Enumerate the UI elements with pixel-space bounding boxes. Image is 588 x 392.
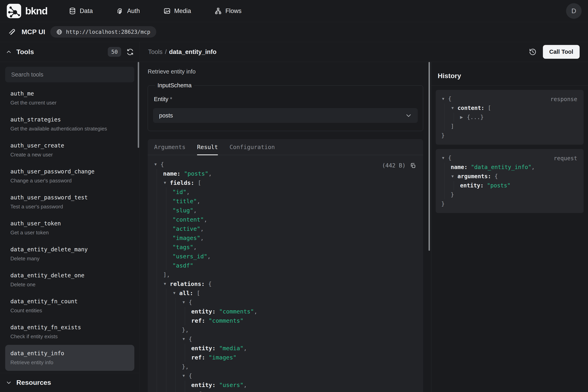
history-entries: response▼{▼content: [▶{...}]}request▼{na… [431,86,588,218]
tool-name: auth_user_create [10,142,129,149]
json-line: ref: "comments" [154,316,417,325]
tool-list-item-data_entity_delete_many[interactable]: data_entity_delete_manyDelete many [5,241,134,267]
nav-item-auth[interactable]: Auth [116,8,140,14]
tool-list-item-auth_me[interactable]: auth_meGet the current user [5,85,134,111]
json-line: entity: "users", [154,380,417,390]
sidebar-scrollbar[interactable] [138,62,139,148]
entity-field-label: Entity* [154,96,418,102]
tool-list-item-data_entity_info[interactable]: data_entity_infoRetrieve entity info [5,345,134,371]
json-line: name: "posts", [154,169,417,178]
history-card-response[interactable]: response▼{▼content: [▶{...}]} [436,90,584,145]
collapse-arrow-icon[interactable]: ▼ [154,160,161,169]
collapse-arrow-icon[interactable]: ▼ [451,172,457,181]
resources-section-title: Resources [16,378,51,386]
json-line: ▼{ [154,298,417,307]
tools-section-title: Tools [16,48,34,56]
entity-select[interactable]: posts [153,108,418,123]
json-line: ▼all: [ [154,288,417,298]
tool-list-item-auth_strategies[interactable]: auth_strategiesGet the available authent… [5,111,134,137]
tool-description: Delete one [10,281,129,288]
json-line: ▼{ [154,334,417,344]
tool-name: data_entity_delete_many [10,246,129,253]
tool-description: Retrieve entity info [10,359,129,366]
json-line: ▼arguments: { [441,172,578,181]
nav-item-flows[interactable]: Flows [214,8,241,14]
breadcrumb-root[interactable]: Tools [148,48,163,55]
refresh-icon[interactable] [127,48,134,55]
tab-bar: ArgumentsResultConfiguration [148,139,423,155]
tool-name: auth_me [10,90,129,97]
tool-description: Test a user's password [10,204,129,210]
tool-list-item-auth_user_token[interactable]: auth_user_tokenGet a user token [5,215,134,241]
json-line: "tags", [154,242,417,252]
json-line: }, [154,325,417,334]
resources-section-header[interactable]: Resources [0,373,140,392]
tab-arguments[interactable]: Arguments [154,139,186,155]
collapse-arrow-icon[interactable]: ▼ [451,104,457,113]
required-mark: * [170,96,172,102]
tools-sidebar: Tools 50 auth_meGet the current userauth… [0,42,140,392]
history-card-request[interactable]: request▼{name: "data_entity_info",▼argum… [436,149,584,213]
json-line: ▼content: [ [441,104,578,113]
tools-section-header[interactable]: Tools 50 [0,42,140,62]
json-line: "users_id", [154,252,417,261]
json-line: ▼{ [154,160,417,169]
json-line: "content", [154,215,417,224]
tab-result[interactable]: Result [197,139,218,155]
json-line: "id", [154,188,417,196]
main-scrollbar[interactable] [428,62,430,251]
brand[interactable]: bknd [6,4,47,18]
server-url-pill[interactable]: http://localhost:28623/mcp [50,26,156,38]
result-card: ArgumentsResultConfiguration (442 B) ▼{n… [148,139,423,392]
search-input[interactable] [11,71,129,78]
tool-list-item-auth_user_password_test[interactable]: auth_user_password_testTest a user's pas… [5,189,134,215]
tool-list-item-auth_user_password_change[interactable]: auth_user_password_changeChange a user's… [5,163,134,189]
history-panel: History response▼{▼content: [▶{...}]}req… [431,62,588,392]
collapse-arrow-icon[interactable]: ▼ [182,298,189,307]
nav-item-data[interactable]: Data [69,8,93,14]
result-json-viewer: (442 B) ▼{name: "posts",▼fields: ["id","… [148,155,423,392]
nav-item-media[interactable]: Media [164,8,191,14]
tools-list-container: auth_meGet the current userauth_strategi… [0,62,140,373]
collapse-arrow-icon[interactable]: ▼ [182,371,189,380]
expand-arrow-icon[interactable]: ▶ [460,113,467,122]
mcp-subheader: MCP UI http://localhost:28623/mcp [0,22,588,42]
collapse-arrow-icon[interactable]: ▼ [441,154,448,163]
tool-name: auth_user_password_change [10,168,129,175]
fingerprint-icon [116,8,124,14]
collapse-arrow-icon[interactable]: ▼ [163,178,170,188]
chevron-up-icon[interactable] [6,49,11,55]
json-line: ref: "images" [154,353,417,362]
main-panel: Tools/data_entity_info Call Tool Retriev… [140,42,588,392]
copy-icon[interactable] [410,163,416,169]
call-tool-button[interactable]: Call Tool [543,45,580,59]
collapse-arrow-icon[interactable]: ▼ [173,288,179,298]
tool-list-item-data_entity_fn_count[interactable]: data_entity_fn_countCount entities [5,293,134,319]
json-line: entity: "comments", [154,307,417,316]
entity-select-value: posts [159,112,173,119]
database-icon [69,8,76,14]
history-icon[interactable] [529,48,537,56]
input-schema-fieldset: InputSchema Entity* posts [148,82,423,131]
collapse-arrow-icon[interactable]: ▼ [441,94,448,104]
collapse-arrow-icon[interactable]: ▼ [182,334,189,344]
json-line: ] [441,122,578,131]
tool-workarea: Retrieve entity info InputSchema Entity*… [140,62,431,392]
tools-count-badge: 50 [108,47,121,57]
tool-name: auth_strategies [10,116,129,123]
tool-name: data_entity_fn_exists [10,324,129,331]
tab-configuration[interactable]: Configuration [229,139,275,155]
main-header: Tools/data_entity_info Call Tool [140,42,588,62]
input-schema-legend: InputSchema [155,82,194,89]
collapse-arrow-icon[interactable]: ▼ [163,279,170,288]
tool-list-item-data_entity_fn_exists[interactable]: data_entity_fn_existsCheck if entity exi… [5,319,134,345]
tool-name: data_entity_info [10,350,129,357]
tool-name: auth_user_token [10,220,129,227]
tool-name: data_entity_delete_one [10,272,129,279]
tool-name: data_entity_fn_count [10,298,129,305]
tool-list-item-auth_user_create[interactable]: auth_user_createCreate a new user [5,137,134,163]
tool-list-item-data_entity_delete_one[interactable]: data_entity_delete_oneDelete one [5,267,134,293]
tools-search-box[interactable] [5,67,134,82]
user-avatar[interactable]: D [566,3,582,19]
chevron-down-icon[interactable] [6,380,11,386]
